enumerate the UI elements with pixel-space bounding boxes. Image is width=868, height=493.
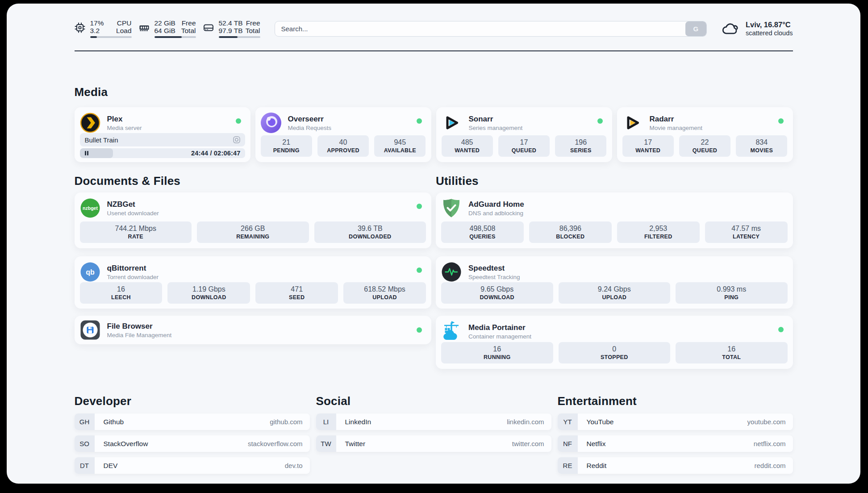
stat-box: 485WANTED	[442, 135, 493, 157]
memory-progress-bar	[154, 36, 196, 38]
search-input[interactable]	[275, 21, 685, 36]
nzbget-card[interactable]: nzbget NZBGet Usenet downloader 744.21 M…	[75, 192, 432, 248]
qbittorrent-icon: qb	[80, 262, 100, 282]
search-engine-button[interactable]: G	[685, 21, 706, 36]
memory-icon	[139, 22, 150, 33]
speedtest-card[interactable]: Speedtest Speedtest Tracking 9.65 GbpsDO…	[436, 256, 793, 309]
status-dot	[417, 267, 422, 273]
stat-box: 17WANTED	[622, 135, 674, 157]
cpu-progress-bar	[90, 36, 132, 38]
disk-label-top: Free	[246, 19, 260, 27]
service-title: Radarr	[650, 114, 703, 124]
disk-total-value: 97.9 TB	[219, 27, 243, 34]
stat-box: 22QUEUED	[679, 135, 730, 157]
link-row-netflix[interactable]: NF Netflix netflix.com	[558, 435, 793, 452]
weather-widget: Lviv, 16.87°C scattered clouds	[722, 20, 793, 37]
service-title: NZBGet	[107, 200, 159, 209]
stat-box: 266 GBREMAINING	[197, 221, 309, 243]
section-title-utilities: Utilities	[436, 174, 793, 188]
link-abbr: NF	[558, 435, 578, 452]
link-row-youtube[interactable]: YT YouTube youtube.com	[558, 414, 793, 430]
link-url: netflix.com	[754, 440, 786, 447]
link-url: linkedin.com	[507, 418, 544, 426]
status-dot	[417, 204, 422, 209]
service-title: qBittorrent	[107, 263, 159, 273]
link-abbr: YT	[558, 414, 578, 430]
status-dot	[417, 327, 422, 333]
cpu-load-value: 3.2	[90, 27, 100, 34]
speedtest-icon	[441, 262, 462, 282]
stat-box: 834MOVIES	[736, 135, 787, 157]
filebrowser-card[interactable]: File Browser Media File Management	[75, 316, 432, 344]
stat-box: 2,953FILTERED	[617, 221, 700, 243]
stat-box: 16LEECH	[80, 282, 163, 304]
nzbget-icon: nzbget	[80, 198, 100, 218]
stat-box: 17QUEUED	[498, 135, 550, 157]
link-name: DEV	[104, 462, 118, 470]
header-divider	[75, 50, 793, 51]
service-title: Sonarr	[469, 114, 523, 124]
link-url: dev.to	[285, 462, 303, 469]
link-abbr: DT	[75, 457, 95, 474]
link-row-twitter[interactable]: TW Twitter twitter.com	[316, 435, 551, 452]
service-title: Media Portainer	[468, 323, 531, 333]
section-title-entertainment: Entertainment	[558, 394, 793, 408]
service-title: AdGuard Home	[468, 200, 524, 209]
overseerr-card[interactable]: Overseerr Media Requests 21PENDING 40APP…	[255, 107, 431, 162]
disk-progress-bar	[219, 36, 260, 38]
section-title-documents: Documents & Files	[75, 174, 432, 188]
link-abbr: TW	[316, 435, 336, 452]
link-row-dev[interactable]: DT DEV dev.to	[75, 457, 310, 474]
service-subtitle: Media Requests	[288, 124, 332, 132]
service-title: Speedtest	[468, 263, 520, 273]
service-subtitle: Series management	[469, 124, 523, 132]
stat-box: 9.24 GbpsUPLOAD	[559, 282, 671, 304]
social-links: Social LI LinkedIn linkedin.com TW Twitt…	[316, 394, 551, 457]
memory-free-value: 22 GiB	[154, 19, 175, 27]
radarr-card[interactable]: Radarr Movie management 17WANTED 22QUEUE…	[617, 107, 793, 162]
link-name: Github	[104, 418, 124, 426]
status-dot	[597, 118, 603, 124]
link-row-reddit[interactable]: RE Reddit reddit.com	[558, 457, 793, 474]
link-abbr: GH	[75, 414, 95, 430]
weather-condition: scattered clouds	[746, 29, 793, 37]
playback-progress: 24:44 / 02:06:47	[80, 148, 245, 158]
link-abbr: RE	[558, 457, 578, 474]
link-row-stackoverflow[interactable]: SO StackOverflow stackoverflow.com	[75, 435, 310, 452]
cpu-icon	[75, 22, 85, 33]
system-stats: 17%CPU 3.2Load 22 GiBFree 64 GiBTotal	[75, 19, 260, 38]
link-name: Reddit	[587, 462, 607, 470]
service-subtitle: Usenet downloader	[107, 209, 159, 217]
stat-box: 16RUNNING	[441, 342, 553, 363]
radarr-icon	[622, 113, 643, 133]
stat-box: 0.993 msPING	[676, 282, 788, 304]
plex-card[interactable]: Plex Media server Bullet Train	[75, 107, 250, 162]
link-url: github.com	[270, 418, 302, 426]
portainer-card[interactable]: Media Portainer Container management 16R…	[436, 316, 793, 369]
cpu-stat: 17%CPU 3.2Load	[75, 19, 132, 38]
memory-label-bottom: Total	[181, 27, 196, 34]
stat-box: 945AVAILABLE	[374, 135, 426, 157]
link-row-github[interactable]: GH Github github.com	[75, 414, 310, 430]
dashboard-panel: 17%CPU 3.2Load 22 GiBFree 64 GiBTotal	[7, 4, 860, 484]
filebrowser-icon	[80, 320, 100, 340]
link-name: Netflix	[587, 440, 606, 448]
stat-box: 0STOPPED	[559, 342, 671, 363]
link-name: StackOverflow	[104, 440, 148, 448]
link-row-linkedin[interactable]: LI LinkedIn linkedin.com	[316, 414, 551, 430]
adguard-card[interactable]: AdGuard Home DNS and adblocking 498,508Q…	[436, 192, 793, 248]
now-playing-title: Bullet Train	[85, 136, 118, 144]
stat-box: 498,508QUERIES	[441, 221, 524, 243]
service-subtitle: DNS and adblocking	[468, 209, 524, 217]
link-name: YouTube	[587, 418, 614, 426]
status-dot	[778, 118, 784, 124]
sonarr-icon	[442, 113, 462, 133]
service-subtitle: Media File Management	[107, 331, 172, 339]
session-device-icon	[233, 136, 240, 143]
weather-location-temp: Lviv, 16.87°C	[746, 20, 793, 29]
search-bar: G	[275, 21, 707, 37]
sonarr-card[interactable]: Sonarr Series management 485WANTED 17QUE…	[436, 107, 612, 162]
stat-box: 1.19 GbpsDOWNLOAD	[167, 282, 250, 304]
service-title: Overseerr	[288, 114, 332, 124]
qbittorrent-card[interactable]: qb qBittorrent Torrent downloader 16LEEC…	[75, 256, 432, 309]
